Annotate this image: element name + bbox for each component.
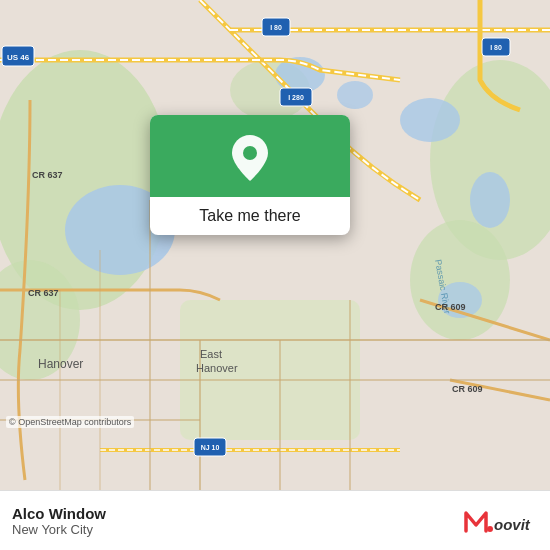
svg-text:Hanover: Hanover [38, 357, 83, 371]
svg-text:CR 609: CR 609 [435, 302, 466, 312]
moovit-logo-svg: oovit [458, 503, 538, 539]
location-city: New York City [12, 522, 106, 537]
svg-text:CR 609: CR 609 [452, 384, 483, 394]
location-name: Alco Window [12, 505, 106, 522]
svg-text:East: East [200, 348, 222, 360]
svg-text:I 80: I 80 [490, 44, 502, 51]
popup-card: Take me there [150, 115, 350, 235]
osm-attribution: © OpenStreetMap contributors [6, 416, 134, 428]
take-me-there-button[interactable]: Take me there [150, 197, 350, 235]
svg-text:CR 637: CR 637 [28, 288, 59, 298]
svg-text:Hanover: Hanover [196, 362, 238, 374]
svg-point-9 [470, 172, 510, 228]
svg-text:I 80: I 80 [270, 24, 282, 31]
location-pin-icon [228, 133, 272, 183]
osm-text: © OpenStreetMap contributors [9, 417, 131, 427]
popup-green-area [150, 115, 350, 197]
svg-point-31 [243, 146, 257, 160]
svg-point-32 [487, 526, 493, 532]
map-container: Passaic River US 46 I 80 I 80 I 280 CR 6… [0, 0, 550, 490]
svg-point-8 [400, 98, 460, 142]
svg-point-12 [337, 81, 373, 109]
svg-text:I 280: I 280 [288, 94, 304, 101]
svg-text:US 46: US 46 [7, 53, 30, 62]
svg-text:CR 637: CR 637 [32, 170, 63, 180]
svg-text:oovit: oovit [494, 516, 531, 533]
bottom-bar: Alco Window New York City oovit [0, 490, 550, 550]
location-info: Alco Window New York City [12, 505, 106, 537]
svg-text:NJ 10: NJ 10 [201, 444, 220, 451]
moovit-logo: oovit [458, 503, 538, 539]
